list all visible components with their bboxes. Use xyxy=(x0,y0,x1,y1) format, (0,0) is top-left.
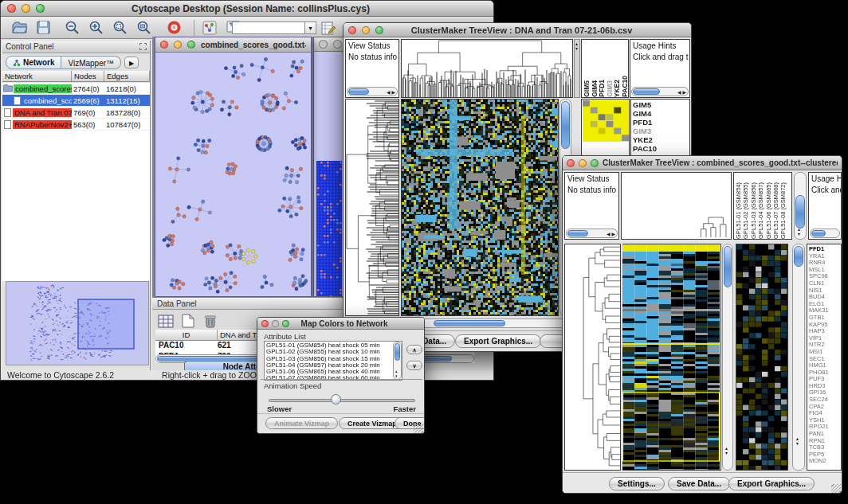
minimize-button[interactable] xyxy=(362,26,370,34)
column-label[interactable]: GPL51-03 (GSM856) xyxy=(750,182,757,239)
save-icon[interactable] xyxy=(34,19,52,37)
gene-label[interactable]: GIM3 xyxy=(631,127,689,135)
column-label[interactable]: GPL51-06 (GSM865) xyxy=(765,182,772,239)
help-ring-icon[interactable] xyxy=(165,19,183,37)
tv2-column-dendrogram[interactable] xyxy=(622,173,731,239)
tv1-column-labels: GIM5GIM4PFD1GIM3YKE2PAC10 xyxy=(581,39,629,98)
gene-label[interactable]: GIM4 xyxy=(631,109,689,118)
network-tab-icon xyxy=(13,59,21,67)
export-graphics-button[interactable]: Export Graphics... xyxy=(455,334,541,348)
zoom-button[interactable] xyxy=(282,320,289,327)
dialog-titlebar[interactable]: Map Colors to Network xyxy=(257,318,424,330)
attribute-browser-icon[interactable] xyxy=(320,19,337,37)
tv2-row-dendrogram[interactable] xyxy=(565,244,620,470)
zoom-in-icon[interactable] xyxy=(87,19,104,37)
usage-hints-text: Click and drag t xyxy=(630,53,689,64)
gene-label[interactable]: MON2 xyxy=(807,458,841,465)
zoom-button[interactable] xyxy=(187,41,195,49)
network-window-1[interactable]: combined_scores_good.txt--cluste... xyxy=(155,37,312,297)
settings-button[interactable]: Settings... xyxy=(609,477,665,490)
tv2-genelist-scrollbar[interactable]: ▴▾ xyxy=(792,244,805,471)
tv2-vscrollbar[interactable]: ▴▾ xyxy=(722,244,733,471)
tab-more-button[interactable]: ▶ xyxy=(124,57,139,68)
close-button[interactable] xyxy=(567,159,575,167)
save-data-button[interactable]: Save Data... xyxy=(668,477,730,490)
speed-slider-handle[interactable] xyxy=(331,394,341,404)
zoom-out-icon[interactable] xyxy=(63,19,80,37)
hscrollbar[interactable] xyxy=(810,229,840,238)
col-nodes[interactable]: Nodes xyxy=(72,71,104,82)
network-canvas[interactable] xyxy=(155,53,311,296)
minimize-button[interactable] xyxy=(22,4,30,13)
col-edges[interactable]: Edges xyxy=(104,71,150,82)
gene-label[interactable]: PFD1 xyxy=(631,118,689,127)
zoom-button[interactable] xyxy=(375,26,383,34)
tv1-column-dendrogram[interactable] xyxy=(402,40,572,97)
attribute-list-scrollbar[interactable]: ▴▾ xyxy=(393,342,402,380)
float-panel-icon[interactable] xyxy=(139,43,147,50)
move-up-button[interactable]: ∧ xyxy=(406,345,422,354)
network-row[interactable]: combined_scores 2764(0) 16218(0) xyxy=(2,83,150,95)
gene-label[interactable]: YKE2 xyxy=(631,135,689,144)
column-label[interactable]: GPL51-08 (GSM872) xyxy=(779,182,787,239)
tv2-titlebar[interactable]: ClusterMaker TreeView : combined_scores_… xyxy=(563,156,842,170)
network-overview[interactable] xyxy=(6,281,149,365)
attribute-list[interactable]: GPL51-01 (GSM854) heat shock 05 minGPL51… xyxy=(264,341,402,381)
table-icon[interactable] xyxy=(157,312,175,330)
id-column[interactable]: ID xyxy=(155,330,218,341)
network-row-selected[interactable]: combined_sco 2569(6) 13112(15) xyxy=(2,95,150,107)
close-button xyxy=(319,40,328,49)
open-icon[interactable] xyxy=(10,19,28,37)
tv2-zoom-heatmap[interactable] xyxy=(736,244,787,470)
new-doc-icon[interactable] xyxy=(179,312,197,330)
tab-network[interactable]: Network xyxy=(6,56,61,69)
tv1-heatmap[interactable] xyxy=(402,100,558,315)
animate-vizmap-button[interactable]: Animate Vizmap xyxy=(265,417,338,429)
column-label[interactable]: GPL51-04 (GSM857) xyxy=(757,182,764,239)
resize-grip[interactable] xyxy=(414,424,423,434)
zoom-button[interactable] xyxy=(591,159,599,167)
search-dropdown-icon[interactable]: ▼ xyxy=(305,21,316,34)
network-row[interactable]: DNA and Tran 07 769(0) 183728(0) xyxy=(2,107,150,119)
tv1-hscrollbar[interactable] xyxy=(401,318,571,328)
close-button[interactable] xyxy=(7,4,16,13)
close-button[interactable] xyxy=(160,41,168,49)
minimize-button[interactable] xyxy=(174,41,182,49)
main-titlebar[interactable]: Cytoscape Desktop (Session Name: collins… xyxy=(1,1,493,17)
tv2-button-bar: Settings... Save Data... Export Graphics… xyxy=(563,472,842,494)
tv1-row-dendrogram[interactable] xyxy=(346,100,398,315)
hscrollbar[interactable]: ◀ ▶ xyxy=(631,87,689,96)
tv1-titlebar[interactable]: ClusterMaker TreeView : DNA and Tran 07-… xyxy=(344,23,691,37)
vizmapper-icon[interactable] xyxy=(201,19,218,37)
col-network[interactable]: Network xyxy=(2,71,72,82)
network-list: combined_scores 2764(0) 16218(0) combine… xyxy=(2,83,150,281)
view-status-title: View Status xyxy=(346,40,398,53)
gene-label[interactable]: PAC10 xyxy=(631,144,689,153)
zoom-fit-icon[interactable] xyxy=(135,19,152,37)
column-label[interactable]: GPL51-01 (GSM854) xyxy=(735,182,742,239)
tv1-similarity-matrix[interactable] xyxy=(583,100,630,142)
column-label[interactable]: PAC10 xyxy=(622,76,630,97)
gene-label[interactable]: GIM5 xyxy=(631,100,689,109)
view-status-text: No status info t xyxy=(565,186,618,197)
resize-grip[interactable] xyxy=(831,484,841,494)
speed-slider-track[interactable] xyxy=(269,399,415,402)
close-button[interactable] xyxy=(348,26,356,34)
minimize-button[interactable] xyxy=(272,320,279,327)
tv2-collabel-scrollbar[interactable]: ▴▾ xyxy=(794,172,807,240)
delete-icon[interactable] xyxy=(202,312,219,330)
network-canvas-dense[interactable] xyxy=(316,161,342,296)
zoom-button[interactable] xyxy=(36,4,45,13)
close-button[interactable] xyxy=(261,320,269,327)
column-label[interactable]: GPL51-02 (GSM855) xyxy=(742,182,749,239)
tab-vizmapper[interactable]: VizMapper™ xyxy=(61,56,121,69)
move-down-button[interactable]: ∨ xyxy=(406,361,422,370)
export-graphics-button[interactable]: Export Graphics... xyxy=(728,477,815,490)
hscrollbar[interactable]: ◀ ▶ xyxy=(566,229,618,238)
hscrollbar[interactable]: ◀ ▶ xyxy=(347,87,398,96)
zoom-selected-icon[interactable] xyxy=(111,19,128,37)
search-input[interactable] xyxy=(232,21,305,34)
network-row[interactable]: RNAPuberNov2+ 563(0) 107847(0) xyxy=(2,119,150,131)
tv2-heatmap[interactable] xyxy=(622,244,720,470)
minimize-button[interactable] xyxy=(579,159,587,167)
